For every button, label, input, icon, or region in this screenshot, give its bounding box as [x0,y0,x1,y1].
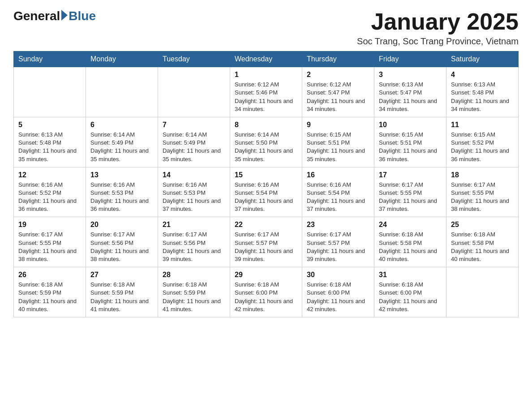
weekday-header-friday: Friday [374,51,446,67]
day-number: 23 [307,221,369,229]
day-number: 13 [90,171,153,179]
weekday-header-wednesday: Wednesday [230,51,302,67]
day-info: Sunrise: 6:15 AMSunset: 5:52 PMDaylight:… [451,131,514,163]
day-number: 3 [379,71,442,79]
calendar-cell: 24Sunrise: 6:18 AMSunset: 5:58 PMDayligh… [374,217,446,267]
month-year-title: January 2025 [357,9,519,34]
day-number: 4 [451,71,514,79]
calendar-cell: 4Sunrise: 6:13 AMSunset: 5:48 PMDaylight… [446,67,519,117]
title-block: January 2025 Soc Trang, Soc Trang Provin… [357,9,519,47]
day-info: Sunrise: 6:18 AMSunset: 5:59 PMDaylight:… [18,281,81,313]
calendar-cell: 17Sunrise: 6:17 AMSunset: 5:55 PMDayligh… [374,167,446,217]
calendar-cell: 3Sunrise: 6:13 AMSunset: 5:47 PMDaylight… [374,67,446,117]
logo-blue-text: Blue [69,9,96,23]
calendar-cell: 23Sunrise: 6:17 AMSunset: 5:57 PMDayligh… [302,217,374,267]
calendar-week-row: 5Sunrise: 6:13 AMSunset: 5:48 PMDaylight… [14,117,519,167]
day-number: 16 [307,171,369,179]
day-info: Sunrise: 6:15 AMSunset: 5:51 PMDaylight:… [379,131,442,163]
day-number: 29 [235,271,297,279]
calendar-cell: 5Sunrise: 6:13 AMSunset: 5:48 PMDaylight… [14,117,86,167]
calendar-cell: 18Sunrise: 6:17 AMSunset: 5:55 PMDayligh… [446,167,519,217]
day-info: Sunrise: 6:18 AMSunset: 5:59 PMDaylight:… [90,281,153,313]
calendar-cell: 2Sunrise: 6:12 AMSunset: 5:47 PMDaylight… [302,67,374,117]
weekday-header-thursday: Thursday [302,51,374,67]
calendar-week-row: 26Sunrise: 6:18 AMSunset: 5:59 PMDayligh… [14,267,519,317]
day-info: Sunrise: 6:18 AMSunset: 5:58 PMDaylight:… [379,231,442,263]
calendar-cell: 31Sunrise: 6:18 AMSunset: 6:00 PMDayligh… [374,267,446,317]
day-number: 27 [90,271,153,279]
calendar-week-row: 12Sunrise: 6:16 AMSunset: 5:52 PMDayligh… [14,167,519,217]
day-info: Sunrise: 6:17 AMSunset: 5:57 PMDaylight:… [235,231,297,263]
day-number: 30 [307,271,369,279]
calendar-cell: 7Sunrise: 6:14 AMSunset: 5:49 PMDaylight… [158,117,230,167]
day-info: Sunrise: 6:18 AMSunset: 5:59 PMDaylight:… [163,281,225,313]
day-info: Sunrise: 6:16 AMSunset: 5:52 PMDaylight:… [18,181,81,214]
logo-arrow-icon [61,10,68,21]
day-number: 8 [235,121,297,129]
day-number: 5 [18,121,81,129]
calendar-cell: 12Sunrise: 6:16 AMSunset: 5:52 PMDayligh… [14,167,86,217]
weekday-header-saturday: Saturday [446,51,519,67]
day-info: Sunrise: 6:16 AMSunset: 5:54 PMDaylight:… [307,181,369,214]
day-info: Sunrise: 6:13 AMSunset: 5:48 PMDaylight:… [18,131,81,163]
day-number: 12 [18,171,81,179]
day-number: 9 [307,121,369,129]
day-number: 14 [163,171,225,179]
calendar-cell: 21Sunrise: 6:17 AMSunset: 5:56 PMDayligh… [158,217,230,267]
day-number: 7 [163,121,225,129]
day-info: Sunrise: 6:17 AMSunset: 5:55 PMDaylight:… [18,231,81,263]
calendar-cell: 13Sunrise: 6:16 AMSunset: 5:53 PMDayligh… [86,167,158,217]
day-number: 28 [163,271,225,279]
calendar-cell [158,67,230,117]
day-info: Sunrise: 6:17 AMSunset: 5:55 PMDaylight:… [451,181,514,214]
calendar-cell: 11Sunrise: 6:15 AMSunset: 5:52 PMDayligh… [446,117,519,167]
calendar-cell: 30Sunrise: 6:18 AMSunset: 6:00 PMDayligh… [302,267,374,317]
logo: General Blue [13,9,96,23]
day-info: Sunrise: 6:17 AMSunset: 5:56 PMDaylight:… [90,231,153,263]
calendar-cell: 28Sunrise: 6:18 AMSunset: 5:59 PMDayligh… [158,267,230,317]
day-number: 1 [235,71,297,79]
day-number: 20 [90,221,153,229]
calendar-cell: 1Sunrise: 6:12 AMSunset: 5:46 PMDaylight… [230,67,302,117]
calendar-cell [86,67,158,117]
calendar-cell: 26Sunrise: 6:18 AMSunset: 5:59 PMDayligh… [14,267,86,317]
day-number: 15 [235,171,297,179]
calendar-cell: 15Sunrise: 6:16 AMSunset: 5:54 PMDayligh… [230,167,302,217]
day-info: Sunrise: 6:16 AMSunset: 5:54 PMDaylight:… [235,181,297,214]
day-info: Sunrise: 6:16 AMSunset: 5:53 PMDaylight:… [90,181,153,214]
day-number: 25 [451,221,514,229]
day-info: Sunrise: 6:18 AMSunset: 5:58 PMDaylight:… [451,231,514,263]
weekday-header-row: SundayMondayTuesdayWednesdayThursdayFrid… [14,51,519,67]
day-info: Sunrise: 6:17 AMSunset: 5:56 PMDaylight:… [163,231,225,263]
day-number: 2 [307,71,369,79]
day-number: 10 [379,121,442,129]
calendar-cell: 22Sunrise: 6:17 AMSunset: 5:57 PMDayligh… [230,217,302,267]
calendar-cell: 20Sunrise: 6:17 AMSunset: 5:56 PMDayligh… [86,217,158,267]
day-number: 31 [379,271,442,279]
day-info: Sunrise: 6:13 AMSunset: 5:48 PMDaylight:… [451,81,514,113]
calendar-cell: 6Sunrise: 6:14 AMSunset: 5:49 PMDaylight… [86,117,158,167]
day-info: Sunrise: 6:17 AMSunset: 5:55 PMDaylight:… [379,181,442,214]
weekday-header-tuesday: Tuesday [158,51,230,67]
day-info: Sunrise: 6:16 AMSunset: 5:53 PMDaylight:… [163,181,225,214]
calendar-cell: 10Sunrise: 6:15 AMSunset: 5:51 PMDayligh… [374,117,446,167]
day-number: 19 [18,221,81,229]
day-number: 21 [163,221,225,229]
calendar-cell: 19Sunrise: 6:17 AMSunset: 5:55 PMDayligh… [14,217,86,267]
weekday-header-sunday: Sunday [14,51,86,67]
day-number: 6 [90,121,153,129]
day-info: Sunrise: 6:14 AMSunset: 5:49 PMDaylight:… [163,131,225,163]
day-info: Sunrise: 6:14 AMSunset: 5:50 PMDaylight:… [235,131,297,163]
weekday-header-monday: Monday [86,51,158,67]
calendar-cell: 29Sunrise: 6:18 AMSunset: 6:00 PMDayligh… [230,267,302,317]
calendar-cell: 8Sunrise: 6:14 AMSunset: 5:50 PMDaylight… [230,117,302,167]
day-info: Sunrise: 6:14 AMSunset: 5:49 PMDaylight:… [90,131,153,163]
day-number: 22 [235,221,297,229]
day-number: 11 [451,121,514,129]
day-info: Sunrise: 6:12 AMSunset: 5:47 PMDaylight:… [307,81,369,113]
calendar-cell [446,267,519,317]
calendar-week-row: 1Sunrise: 6:12 AMSunset: 5:46 PMDaylight… [14,67,519,117]
calendar-cell: 9Sunrise: 6:15 AMSunset: 5:51 PMDaylight… [302,117,374,167]
day-info: Sunrise: 6:18 AMSunset: 6:00 PMDaylight:… [379,281,442,313]
day-number: 24 [379,221,442,229]
